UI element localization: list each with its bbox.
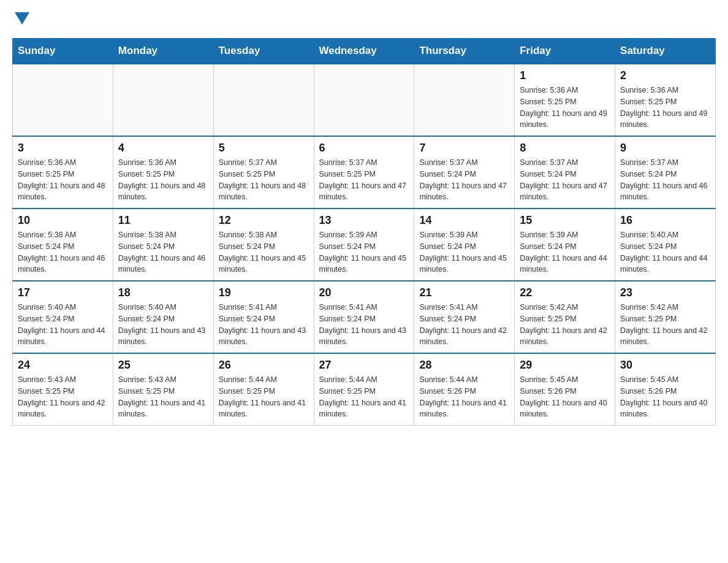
day-number: 1 (520, 69, 610, 82)
day-info: Sunrise: 5:45 AM Sunset: 5:26 PM Dayligh… (520, 374, 610, 420)
weekday-header-tuesday: Tuesday (213, 39, 314, 64)
day-number: 7 (419, 142, 509, 155)
calendar-cell: 19Sunrise: 5:41 AM Sunset: 5:24 PM Dayli… (213, 281, 314, 353)
calendar-cell: 17Sunrise: 5:40 AM Sunset: 5:24 PM Dayli… (13, 281, 113, 353)
calendar-cell: 9Sunrise: 5:37 AM Sunset: 5:24 PM Daylig… (615, 136, 716, 209)
calendar-cell: 5Sunrise: 5:37 AM Sunset: 5:25 PM Daylig… (213, 136, 314, 209)
day-number: 21 (419, 286, 509, 299)
day-info: Sunrise: 5:39 AM Sunset: 5:24 PM Dayligh… (319, 229, 409, 275)
day-number: 3 (18, 142, 108, 155)
calendar-cell: 27Sunrise: 5:44 AM Sunset: 5:25 PM Dayli… (314, 353, 414, 426)
weekday-header-friday: Friday (515, 39, 615, 64)
day-info: Sunrise: 5:36 AM Sunset: 5:25 PM Dayligh… (620, 85, 710, 131)
day-info: Sunrise: 5:36 AM Sunset: 5:25 PM Dayligh… (520, 85, 610, 131)
calendar-cell: 21Sunrise: 5:41 AM Sunset: 5:24 PM Dayli… (414, 281, 515, 353)
day-number: 11 (118, 214, 208, 227)
day-info: Sunrise: 5:38 AM Sunset: 5:24 PM Dayligh… (219, 229, 309, 275)
calendar-cell: 14Sunrise: 5:39 AM Sunset: 5:24 PM Dayli… (414, 209, 515, 281)
calendar-cell: 12Sunrise: 5:38 AM Sunset: 5:24 PM Dayli… (213, 209, 314, 281)
day-info: Sunrise: 5:44 AM Sunset: 5:25 PM Dayligh… (319, 374, 409, 420)
day-number: 14 (419, 214, 509, 227)
day-number: 17 (18, 286, 108, 299)
day-info: Sunrise: 5:37 AM Sunset: 5:25 PM Dayligh… (319, 157, 409, 203)
day-number: 27 (319, 359, 409, 372)
day-info: Sunrise: 5:43 AM Sunset: 5:25 PM Dayligh… (18, 374, 108, 420)
day-info: Sunrise: 5:36 AM Sunset: 5:25 PM Dayligh… (118, 157, 208, 203)
calendar-week-row: 10Sunrise: 5:38 AM Sunset: 5:24 PM Dayli… (13, 209, 716, 281)
calendar-week-row: 3Sunrise: 5:36 AM Sunset: 5:25 PM Daylig… (13, 136, 716, 209)
day-number: 5 (219, 142, 309, 155)
day-info: Sunrise: 5:44 AM Sunset: 5:25 PM Dayligh… (219, 374, 309, 420)
calendar-cell: 13Sunrise: 5:39 AM Sunset: 5:24 PM Dayli… (314, 209, 414, 281)
day-info: Sunrise: 5:41 AM Sunset: 5:24 PM Dayligh… (419, 302, 509, 348)
day-info: Sunrise: 5:42 AM Sunset: 5:25 PM Dayligh… (520, 302, 610, 348)
day-number: 4 (118, 142, 208, 155)
day-number: 2 (620, 69, 710, 82)
day-number: 6 (319, 142, 409, 155)
calendar-cell: 24Sunrise: 5:43 AM Sunset: 5:25 PM Dayli… (13, 353, 113, 426)
day-info: Sunrise: 5:39 AM Sunset: 5:24 PM Dayligh… (520, 229, 610, 275)
day-number: 13 (319, 214, 409, 227)
day-number: 16 (620, 214, 710, 227)
day-number: 15 (520, 214, 610, 227)
page-header (12, 12, 716, 26)
calendar-cell: 11Sunrise: 5:38 AM Sunset: 5:24 PM Dayli… (113, 209, 213, 281)
day-info: Sunrise: 5:42 AM Sunset: 5:25 PM Dayligh… (620, 302, 710, 348)
day-info: Sunrise: 5:41 AM Sunset: 5:24 PM Dayligh… (219, 302, 309, 348)
day-number: 22 (520, 286, 610, 299)
day-info: Sunrise: 5:37 AM Sunset: 5:24 PM Dayligh… (520, 157, 610, 203)
calendar-cell: 26Sunrise: 5:44 AM Sunset: 5:25 PM Dayli… (213, 353, 314, 426)
calendar-week-row: 17Sunrise: 5:40 AM Sunset: 5:24 PM Dayli… (13, 281, 716, 353)
calendar-cell: 4Sunrise: 5:36 AM Sunset: 5:25 PM Daylig… (113, 136, 213, 209)
day-info: Sunrise: 5:38 AM Sunset: 5:24 PM Dayligh… (118, 229, 208, 275)
calendar-cell: 2Sunrise: 5:36 AM Sunset: 5:25 PM Daylig… (615, 64, 716, 136)
calendar-week-row: 1Sunrise: 5:36 AM Sunset: 5:25 PM Daylig… (13, 64, 716, 136)
weekday-header-saturday: Saturday (615, 39, 716, 64)
calendar-cell (113, 64, 213, 136)
day-number: 23 (620, 286, 710, 299)
day-number: 26 (219, 359, 309, 372)
day-number: 20 (319, 286, 409, 299)
calendar-header-row: SundayMondayTuesdayWednesdayThursdayFrid… (13, 39, 716, 64)
calendar-cell: 6Sunrise: 5:37 AM Sunset: 5:25 PM Daylig… (314, 136, 414, 209)
calendar-cell: 3Sunrise: 5:36 AM Sunset: 5:25 PM Daylig… (13, 136, 113, 209)
logo-triangle-icon (15, 12, 29, 25)
day-number: 30 (620, 359, 710, 372)
calendar-cell: 18Sunrise: 5:40 AM Sunset: 5:24 PM Dayli… (113, 281, 213, 353)
calendar-cell: 7Sunrise: 5:37 AM Sunset: 5:24 PM Daylig… (414, 136, 515, 209)
calendar-cell: 25Sunrise: 5:43 AM Sunset: 5:25 PM Dayli… (113, 353, 213, 426)
calendar-cell: 8Sunrise: 5:37 AM Sunset: 5:24 PM Daylig… (515, 136, 615, 209)
calendar-week-row: 24Sunrise: 5:43 AM Sunset: 5:25 PM Dayli… (13, 353, 716, 426)
day-info: Sunrise: 5:38 AM Sunset: 5:24 PM Dayligh… (18, 229, 108, 275)
calendar-cell: 29Sunrise: 5:45 AM Sunset: 5:26 PM Dayli… (515, 353, 615, 426)
day-info: Sunrise: 5:40 AM Sunset: 5:24 PM Dayligh… (118, 302, 208, 348)
day-number: 25 (118, 359, 208, 372)
logo-blue-text (12, 12, 29, 26)
day-number: 28 (419, 359, 509, 372)
day-info: Sunrise: 5:37 AM Sunset: 5:24 PM Dayligh… (419, 157, 509, 203)
day-info: Sunrise: 5:43 AM Sunset: 5:25 PM Dayligh… (118, 374, 208, 420)
day-number: 8 (520, 142, 610, 155)
logo (12, 12, 29, 26)
calendar-cell: 15Sunrise: 5:39 AM Sunset: 5:24 PM Dayli… (515, 209, 615, 281)
calendar-cell (213, 64, 314, 136)
day-number: 24 (18, 359, 108, 372)
day-info: Sunrise: 5:40 AM Sunset: 5:24 PM Dayligh… (18, 302, 108, 348)
calendar-cell: 30Sunrise: 5:45 AM Sunset: 5:26 PM Dayli… (615, 353, 716, 426)
day-info: Sunrise: 5:37 AM Sunset: 5:24 PM Dayligh… (620, 157, 710, 203)
weekday-header-wednesday: Wednesday (314, 39, 414, 64)
calendar-cell: 1Sunrise: 5:36 AM Sunset: 5:25 PM Daylig… (515, 64, 615, 136)
calendar-cell (314, 64, 414, 136)
day-info: Sunrise: 5:39 AM Sunset: 5:24 PM Dayligh… (419, 229, 509, 275)
day-info: Sunrise: 5:36 AM Sunset: 5:25 PM Dayligh… (18, 157, 108, 203)
calendar-cell: 23Sunrise: 5:42 AM Sunset: 5:25 PM Dayli… (615, 281, 716, 353)
calendar-table: SundayMondayTuesdayWednesdayThursdayFrid… (12, 38, 716, 426)
calendar-cell (13, 64, 113, 136)
day-info: Sunrise: 5:37 AM Sunset: 5:25 PM Dayligh… (219, 157, 309, 203)
calendar-cell: 22Sunrise: 5:42 AM Sunset: 5:25 PM Dayli… (515, 281, 615, 353)
day-info: Sunrise: 5:44 AM Sunset: 5:26 PM Dayligh… (419, 374, 509, 420)
day-number: 18 (118, 286, 208, 299)
day-info: Sunrise: 5:41 AM Sunset: 5:24 PM Dayligh… (319, 302, 409, 348)
day-info: Sunrise: 5:45 AM Sunset: 5:26 PM Dayligh… (620, 374, 710, 420)
day-number: 19 (219, 286, 309, 299)
